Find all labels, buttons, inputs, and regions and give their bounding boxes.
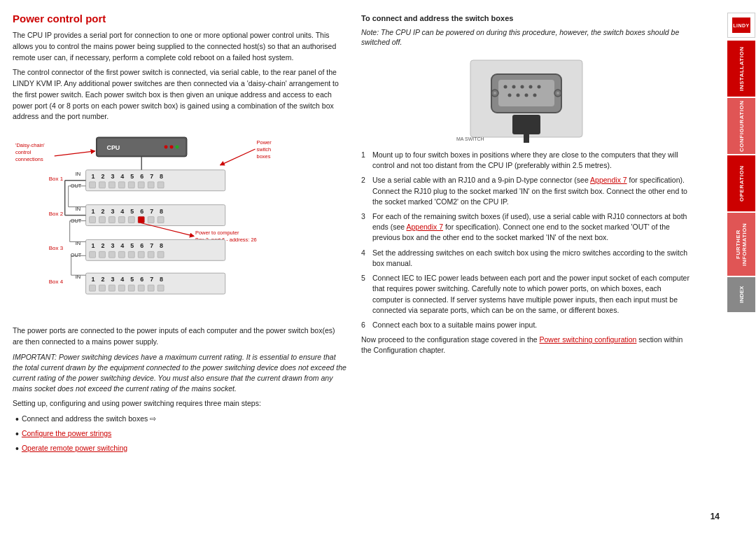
svg-rect-17 <box>86 170 225 191</box>
svg-rect-33 <box>158 182 164 188</box>
svg-rect-72 <box>118 251 125 258</box>
svg-text:IN: IN <box>76 274 80 280</box>
svg-rect-69 <box>90 251 96 258</box>
svg-text:8: 8 <box>160 173 163 180</box>
svg-text:7: 7 <box>150 208 153 215</box>
svg-text:3: 3 <box>111 242 114 249</box>
svg-rect-47 <box>99 217 105 223</box>
svg-text:4: 4 <box>120 276 124 283</box>
appendix7-link-2[interactable]: Appendix 7 <box>406 223 443 231</box>
svg-rect-49 <box>118 217 125 223</box>
svg-text:8: 8 <box>160 242 163 249</box>
important-note: IMPORTANT: Power switching devices have … <box>13 352 347 395</box>
svg-rect-73 <box>128 251 134 258</box>
connector-illustration: MA SWITCH <box>449 53 603 144</box>
svg-text:7: 7 <box>150 173 153 180</box>
svg-text:1: 1 <box>92 173 95 180</box>
svg-line-9 <box>55 151 95 156</box>
step-4: 4 Set the addressing switches on each sw… <box>361 248 692 269</box>
svg-rect-31 <box>138 182 144 188</box>
right-heading: To connect and address the switch boxes <box>361 13 692 24</box>
bullet-1: Connect and address the switch boxes ⇨ <box>15 412 347 427</box>
footer-para1: The power ports are connected to the pow… <box>13 325 347 348</box>
svg-rect-52 <box>148 217 154 223</box>
svg-text:6: 6 <box>140 242 144 249</box>
svg-rect-30 <box>128 182 134 188</box>
logo-text: LINDY <box>733 23 750 28</box>
svg-point-115 <box>529 85 533 88</box>
page-number: 14 <box>710 512 720 521</box>
svg-rect-71 <box>108 251 115 258</box>
svg-text:OUT: OUT <box>71 183 82 189</box>
svg-text:5: 5 <box>130 173 134 180</box>
svg-text:Box 1: Box 1 <box>49 176 64 182</box>
svg-text:5: 5 <box>130 242 134 249</box>
configure-power-strings-link[interactable]: Configure the power strings <box>22 428 111 440</box>
svg-text:2: 2 <box>101 208 104 215</box>
svg-text:6: 6 <box>140 208 144 215</box>
svg-point-122 <box>493 92 496 94</box>
svg-text:1: 1 <box>92 208 95 215</box>
svg-text:2: 2 <box>101 276 104 283</box>
svg-text:Power to computer: Power to computer <box>195 230 239 236</box>
svg-rect-76 <box>158 251 164 258</box>
svg-rect-94 <box>148 285 154 291</box>
tab-configuration[interactable]: CONFIGURATION <box>727 98 755 154</box>
tab-index[interactable]: INDEX <box>727 277 755 312</box>
svg-point-118 <box>517 93 520 97</box>
svg-point-4 <box>170 145 174 148</box>
svg-rect-70 <box>99 251 105 258</box>
svg-text:boxes: boxes <box>257 153 271 160</box>
operate-remote-power-link[interactable]: Operate remote power switching <box>22 443 127 454</box>
svg-rect-90 <box>108 285 115 291</box>
section-title: Power control port <box>13 13 347 24</box>
svg-point-113 <box>512 85 516 88</box>
svg-rect-53 <box>158 217 164 223</box>
bullet-3[interactable]: Operate remote power switching <box>15 442 347 456</box>
svg-point-117 <box>508 93 512 97</box>
svg-text:Power: Power <box>257 139 272 146</box>
para1: The CPU IP provides a serial port for co… <box>13 30 347 63</box>
svg-line-13 <box>220 149 255 165</box>
steps-list: 1 Mount up to four switch boxes in posit… <box>361 150 692 330</box>
svg-text:IN: IN <box>76 171 80 177</box>
svg-rect-89 <box>99 285 105 291</box>
svg-text:1: 1 <box>92 276 95 283</box>
svg-text:7: 7 <box>150 242 153 249</box>
tab-installation[interactable]: INSTALLATION <box>727 41 755 97</box>
svg-text:MA SWITCH: MA SWITCH <box>456 136 484 141</box>
svg-text:Box 4: Box 4 <box>49 279 64 285</box>
tab-operation[interactable]: OPERATION <box>727 155 755 211</box>
step-1: 1 Mount up to four switch boxes in posit… <box>361 150 692 171</box>
svg-point-112 <box>504 85 507 88</box>
svg-rect-29 <box>118 182 125 188</box>
svg-text:4: 4 <box>120 173 124 180</box>
tab-further-information[interactable]: FURTHER INFORMATION <box>727 213 755 276</box>
svg-rect-91 <box>118 285 125 291</box>
left-column: Power control port The CPU IP provides a… <box>13 13 356 521</box>
svg-point-116 <box>538 85 541 88</box>
svg-text:6: 6 <box>140 276 144 283</box>
svg-rect-51 <box>138 217 144 223</box>
svg-text:OUT: OUT <box>71 218 82 224</box>
appendix7-link-1[interactable]: Appendix 7 <box>590 176 627 184</box>
svg-rect-37 <box>86 205 225 226</box>
svg-point-114 <box>521 85 524 88</box>
step-2: 2 Use a serial cable with an RJ10 and a … <box>361 175 692 207</box>
svg-text:IN: IN <box>76 240 80 246</box>
svg-text:3: 3 <box>111 276 114 283</box>
svg-rect-74 <box>138 251 144 258</box>
svg-rect-32 <box>148 182 154 188</box>
power-switching-config-link[interactable]: Power switching configuration <box>540 335 637 344</box>
svg-rect-46 <box>90 217 96 223</box>
steps-intro: Setting up, configuring and using power … <box>13 398 347 409</box>
svg-point-5 <box>176 145 179 148</box>
bullet-2[interactable]: Configure the power strings <box>15 427 347 442</box>
right-column: To connect and address the switch boxes … <box>356 13 727 521</box>
svg-text:6: 6 <box>140 173 144 180</box>
svg-point-119 <box>525 93 528 97</box>
svg-text:1: 1 <box>92 242 95 249</box>
svg-text:7: 7 <box>150 276 153 283</box>
step-6: 6 Connect each box to a suitable mains p… <box>361 320 692 330</box>
svg-point-124 <box>556 92 559 94</box>
